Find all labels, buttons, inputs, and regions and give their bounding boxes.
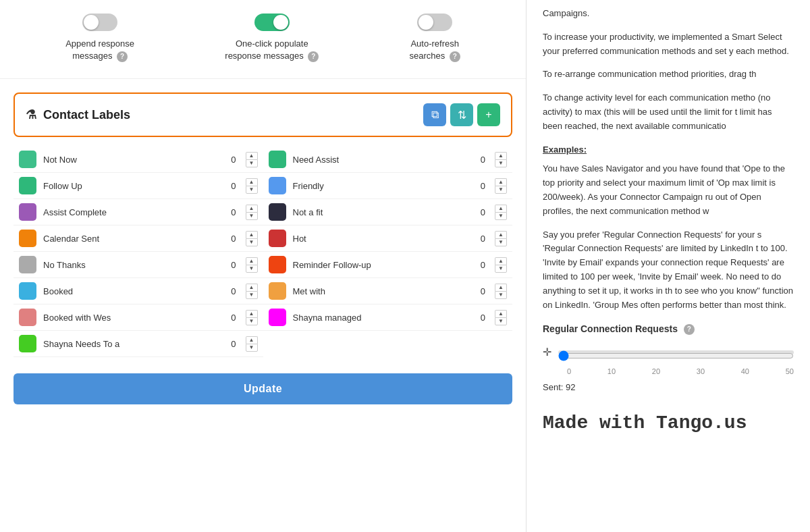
- list-item: Booked with Wes 0 ▲▼: [14, 304, 263, 331]
- shayna-managed-count: 0: [472, 313, 485, 323]
- range-track[interactable]: [558, 350, 794, 354]
- toggle-auto-refresh: Auto-refreshsearches ?: [410, 14, 460, 62]
- append-response-toggle[interactable]: [82, 14, 117, 31]
- update-section: Update: [0, 367, 526, 418]
- examples-heading: Examples:: [543, 143, 794, 157]
- reminder-up[interactable]: ▲: [495, 257, 507, 265]
- shayna-needs-up[interactable]: ▲: [246, 336, 258, 344]
- booked-wes-up[interactable]: ▲: [246, 310, 258, 317]
- list-item: Reminder Follow-up 0 ▲▼: [263, 252, 513, 278]
- not-fit-stepper[interactable]: ▲▼: [495, 205, 507, 220]
- comm-help-icon[interactable]: ?: [684, 324, 695, 335]
- shayna-needs-stepper[interactable]: ▲▼: [246, 336, 258, 352]
- booked-wes-down[interactable]: ▼: [246, 317, 258, 325]
- met-with-up[interactable]: ▲: [495, 284, 507, 291]
- one-click-help[interactable]: ?: [308, 51, 319, 62]
- follow-up-up[interactable]: ▲: [246, 178, 258, 186]
- shayna-managed-label: Shayna managed: [293, 313, 466, 323]
- hot-down[interactable]: ▼: [495, 238, 507, 246]
- booked-wes-stepper[interactable]: ▲▼: [246, 310, 258, 325]
- assist-complete-swatch: [19, 203, 36, 221]
- friendly-count: 0: [472, 181, 485, 191]
- booked-up[interactable]: ▲: [246, 284, 258, 291]
- range-input[interactable]: [558, 350, 794, 361]
- contact-labels-section: ⚗ Contact Labels ⧉ ⇅ +: [14, 92, 512, 137]
- assist-complete-up[interactable]: ▲: [246, 205, 258, 212]
- calendar-sent-stepper[interactable]: ▲▼: [246, 231, 258, 246]
- drag-icon[interactable]: ✛: [543, 344, 551, 361]
- need-assist-down[interactable]: ▼: [495, 159, 507, 167]
- assist-complete-stepper[interactable]: ▲▼: [246, 205, 258, 220]
- shayna-managed-up[interactable]: ▲: [495, 310, 507, 317]
- no-thanks-stepper[interactable]: ▲▼: [246, 257, 258, 273]
- right-labels-column: Need Assist 0 ▲▼ Friendly 0 ▲▼ Not a fit…: [263, 147, 513, 357]
- auto-refresh-label: Auto-refreshsearches ?: [410, 38, 460, 62]
- no-thanks-down[interactable]: ▼: [246, 265, 258, 273]
- right-text-rearrange: To re-arrange communication method prior…: [543, 68, 794, 82]
- met-with-stepper[interactable]: ▲▼: [495, 284, 507, 299]
- follow-up-swatch: [19, 177, 36, 194]
- reminder-count: 0: [472, 260, 485, 270]
- not-now-stepper[interactable]: ▲▼: [246, 152, 258, 167]
- one-click-toggle[interactable]: [254, 14, 290, 31]
- reminder-stepper[interactable]: ▲▼: [495, 257, 507, 273]
- toggles-section: Append responsemessages ? One-click popu…: [0, 0, 526, 79]
- range-labels: 0 10 20 30 40 50: [543, 366, 794, 378]
- no-thanks-count: 0: [223, 260, 236, 270]
- add-label-button[interactable]: +: [477, 103, 500, 126]
- calendar-sent-down[interactable]: ▼: [246, 238, 258, 246]
- copy-labels-button[interactable]: ⧉: [423, 103, 446, 126]
- booked-stepper[interactable]: ▲▼: [246, 284, 258, 299]
- not-now-up[interactable]: ▲: [246, 152, 258, 159]
- booked-wes-count: 0: [223, 313, 236, 323]
- calendar-sent-count: 0: [223, 234, 236, 244]
- need-assist-up[interactable]: ▲: [495, 152, 507, 159]
- met-with-count: 0: [472, 286, 485, 296]
- range-label-10: 10: [608, 366, 616, 378]
- friendly-stepper[interactable]: ▲▼: [495, 178, 507, 194]
- shayna-needs-down[interactable]: ▼: [246, 344, 258, 352]
- need-assist-stepper[interactable]: ▲▼: [495, 152, 507, 167]
- shayna-managed-down[interactable]: ▼: [495, 317, 507, 325]
- follow-up-count: 0: [223, 181, 236, 191]
- not-fit-down[interactable]: ▼: [495, 212, 507, 220]
- friendly-up[interactable]: ▲: [495, 178, 507, 186]
- follow-up-down[interactable]: ▼: [246, 186, 258, 194]
- update-button[interactable]: Update: [14, 373, 512, 404]
- friendly-down[interactable]: ▼: [495, 186, 507, 194]
- range-label-20: 20: [652, 366, 660, 378]
- auto-refresh-help[interactable]: ?: [450, 51, 460, 62]
- calendar-sent-up[interactable]: ▲: [246, 231, 258, 238]
- met-with-label: Met with: [293, 286, 466, 296]
- hot-swatch: [269, 230, 286, 247]
- sent-label: Sent: 92: [543, 381, 794, 395]
- assist-complete-down[interactable]: ▼: [246, 212, 258, 220]
- flask-icon: ⚗: [26, 107, 36, 122]
- hot-up[interactable]: ▲: [495, 231, 507, 238]
- not-now-down[interactable]: ▼: [246, 159, 258, 167]
- booked-swatch: [19, 282, 36, 300]
- list-item: Not Now 0 ▲▼: [14, 147, 263, 173]
- list-item: Shayna managed 0 ▲▼: [263, 304, 513, 331]
- booked-down[interactable]: ▼: [246, 291, 258, 299]
- hot-stepper[interactable]: ▲▼: [495, 231, 507, 246]
- list-item: Friendly 0 ▲▼: [263, 173, 513, 199]
- follow-up-stepper[interactable]: ▲▼: [246, 178, 258, 194]
- auto-refresh-toggle[interactable]: [417, 14, 452, 31]
- left-panel: Append responsemessages ? One-click popu…: [0, 0, 526, 532]
- reminder-down[interactable]: ▼: [495, 265, 507, 273]
- no-thanks-up[interactable]: ▲: [246, 257, 258, 265]
- not-fit-up[interactable]: ▲: [495, 205, 507, 212]
- shayna-managed-stepper[interactable]: ▲▼: [495, 310, 507, 325]
- list-item: Shayna Needs To a 0 ▲▼: [14, 331, 263, 357]
- contact-labels-title: ⚗ Contact Labels: [26, 107, 130, 122]
- reminder-swatch: [269, 256, 286, 273]
- right-text-requests: Say you prefer 'Regular Connection Reque…: [543, 228, 794, 313]
- adjust-labels-button[interactable]: ⇅: [450, 103, 473, 126]
- hot-count: 0: [472, 234, 485, 244]
- shayna-managed-swatch: [269, 309, 286, 326]
- met-with-down[interactable]: ▼: [495, 291, 507, 299]
- not-now-count: 0: [223, 155, 236, 165]
- assist-complete-count: 0: [223, 207, 236, 217]
- append-response-help[interactable]: ?: [117, 51, 128, 62]
